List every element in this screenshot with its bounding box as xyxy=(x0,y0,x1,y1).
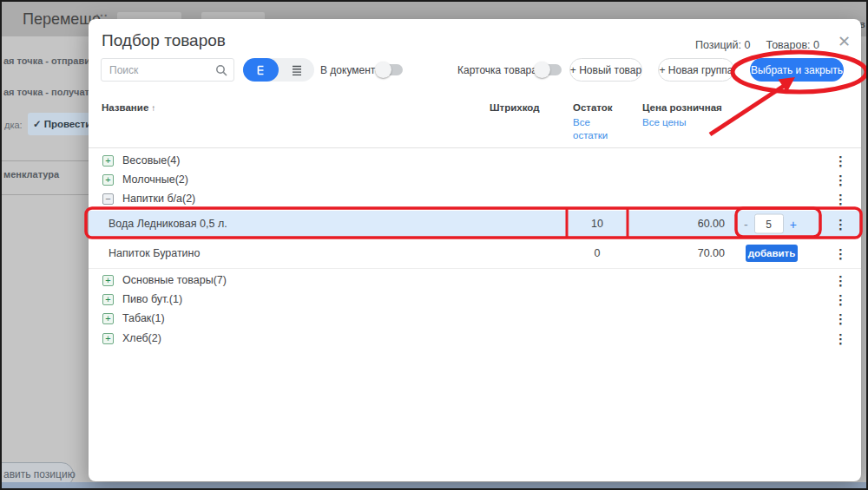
header-divider xyxy=(89,147,861,148)
product-row-voda[interactable]: Вода Ледниковая 0,5 л. 10 60.00 - 5 + ⋮ xyxy=(89,211,861,237)
in-document-label: В документе xyxy=(320,64,381,76)
kebab-menu-icon[interactable]: ⋮ xyxy=(834,274,847,287)
background-divider xyxy=(2,194,89,195)
group-label: Пиво бут.(1) xyxy=(122,293,182,305)
search-icon xyxy=(215,64,227,76)
section-divider xyxy=(89,268,861,269)
list-view-button[interactable] xyxy=(279,58,314,82)
column-header-stock: Остаток xyxy=(573,102,613,113)
product-stock: 0 xyxy=(567,247,628,259)
plus-button[interactable]: + xyxy=(788,217,799,231)
add-position-label: авить позицию xyxy=(3,468,76,480)
product-price: 60.00 xyxy=(642,218,725,230)
group-label: Молочные(2) xyxy=(122,173,188,186)
background-receiver-label: ая точка - получате xyxy=(3,87,95,97)
group-label: Напитки б/а(2) xyxy=(122,193,195,205)
all-prices-link[interactable]: Все цены xyxy=(642,116,686,129)
counters: Позиций: 0 Товаров: 0 xyxy=(695,39,819,51)
kebab-menu-icon[interactable]: ⋮ xyxy=(834,332,847,345)
product-name: Напиток Буратино xyxy=(108,247,200,259)
product-row-buratino[interactable]: Напиток Буратино 0 70.00 добавить ⋮ xyxy=(89,240,861,266)
expand-plus-icon[interactable]: + xyxy=(102,275,114,286)
group-row-napitki[interactable]: − Напитки б/а(2) ⋮ xyxy=(89,189,861,208)
background-divider xyxy=(2,160,89,161)
nomenclature-column-header: менклатура xyxy=(3,169,59,180)
background-ellipsis: ... xyxy=(95,5,108,19)
kebab-menu-icon[interactable]: ⋮ xyxy=(834,193,847,206)
check-icon: ✓ xyxy=(33,118,42,130)
kebab-menu-icon[interactable]: ⋮ xyxy=(834,293,847,306)
product-price: 70.00 xyxy=(642,247,725,259)
group-row-hleb[interactable]: + Хлеб(2) ⋮ xyxy=(89,329,861,348)
select-and-close-button[interactable]: Выбрать и закрыть xyxy=(750,58,844,82)
collapse-minus-icon[interactable]: − xyxy=(102,193,114,205)
product-card-label: Карточка товара xyxy=(457,64,537,76)
expand-plus-icon[interactable]: + xyxy=(102,174,114,186)
expand-plus-icon[interactable]: + xyxy=(102,313,114,324)
positions-counter: Позиций: 0 xyxy=(695,39,751,51)
group-row-pivo[interactable]: + Пиво бут.(1) ⋮ xyxy=(89,290,861,309)
conduct-button[interactable]: ✓ Провести xyxy=(28,113,90,135)
product-card-toggle[interactable] xyxy=(536,64,562,75)
minus-button[interactable]: - xyxy=(742,217,750,231)
expand-plus-icon[interactable]: + xyxy=(102,294,114,305)
product-selection-modal: Подбор товаров Позиций: 0 Товаров: 0 ✕ xyxy=(89,19,861,481)
kebab-menu-icon[interactable]: ⋮ xyxy=(834,218,847,231)
group-label: Табак(1) xyxy=(122,312,165,324)
new-product-button[interactable]: + Новый товар xyxy=(569,58,642,82)
new-group-button[interactable]: + Новая группа xyxy=(658,58,734,82)
column-header-name[interactable]: Название↑ xyxy=(102,102,155,113)
bottom-strip xyxy=(2,482,866,488)
product-stock: 10 xyxy=(567,218,628,230)
all-stocks-link[interactable]: Все остатки xyxy=(573,116,613,142)
goods-counter: Товаров: 0 xyxy=(766,39,819,51)
product-name: Вода Ледниковая 0,5 л. xyxy=(108,218,227,230)
add-button[interactable]: добавить xyxy=(746,245,798,262)
group-row-tabak[interactable]: + Табак(1) ⋮ xyxy=(89,309,861,328)
expand-plus-icon[interactable]: + xyxy=(102,155,114,167)
background-sender-label: ая точка - отправит xyxy=(3,56,95,66)
tree-view-button[interactable] xyxy=(243,58,279,82)
group-label: Хлеб(2) xyxy=(122,332,161,344)
search-input[interactable] xyxy=(102,64,215,76)
kebab-menu-icon[interactable]: ⋮ xyxy=(834,312,847,325)
background-dka-label: дка: xyxy=(4,120,23,130)
quantity-value[interactable]: 5 xyxy=(754,214,784,234)
screenshot-frame: Перемеще ... ая точка - отправит ая точк… xyxy=(0,0,868,490)
list-view-icon xyxy=(291,64,303,76)
expand-plus-icon[interactable]: + xyxy=(102,333,114,344)
kebab-menu-icon[interactable]: ⋮ xyxy=(834,154,847,167)
kebab-menu-icon[interactable]: ⋮ xyxy=(834,247,847,260)
sort-ascending-icon: ↑ xyxy=(151,103,155,113)
in-document-toggle[interactable] xyxy=(377,64,403,75)
name-header-label: Название xyxy=(102,102,148,113)
column-header-barcode: Штрихкод xyxy=(490,102,539,113)
search-field xyxy=(101,58,234,82)
modal-title: Подбор товаров xyxy=(102,31,226,50)
conduct-button-label: Провести xyxy=(44,119,92,129)
toggle-knob xyxy=(375,62,391,78)
quantity-stepper: - 5 + xyxy=(742,214,799,234)
group-row-molochnye[interactable]: + Молочные(2) ⋮ xyxy=(89,170,861,189)
kebab-menu-icon[interactable]: ⋮ xyxy=(834,173,847,186)
close-icon[interactable]: ✕ xyxy=(838,33,851,50)
group-row-osnovnye[interactable]: + Основные товары(7) ⋮ xyxy=(89,271,861,290)
group-label: Весовые(4) xyxy=(122,154,181,167)
column-header-price: Цена розничная xyxy=(642,102,722,113)
toggle-knob xyxy=(534,62,550,78)
tree-view-icon xyxy=(255,64,267,76)
view-mode-switcher xyxy=(243,58,314,82)
group-label: Основные товары(7) xyxy=(122,274,227,286)
group-row-vesovye[interactable]: + Весовые(4) ⋮ xyxy=(89,151,861,170)
